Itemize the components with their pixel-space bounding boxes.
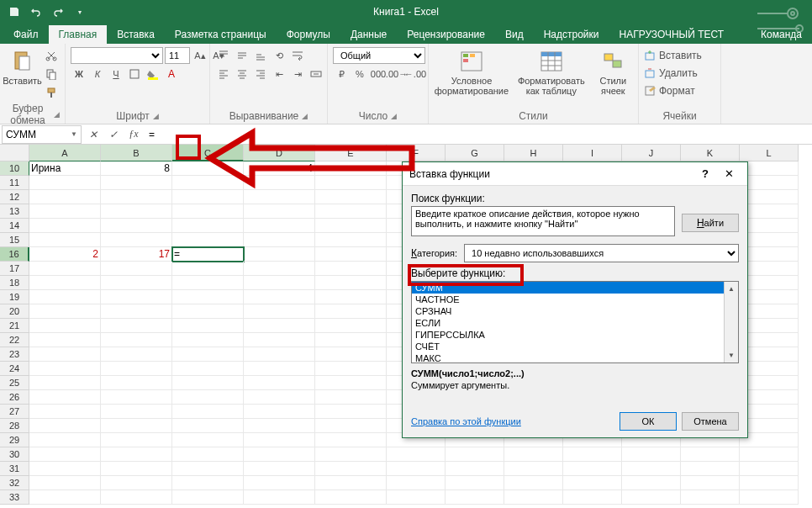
cell[interactable]: [172, 376, 244, 390]
cell[interactable]: [29, 419, 101, 433]
fill-color-icon[interactable]: [145, 66, 161, 82]
cell[interactable]: [315, 405, 387, 419]
column-header[interactable]: H: [504, 145, 563, 161]
percent-format-icon[interactable]: %: [351, 66, 368, 82]
copy-icon[interactable]: [43, 66, 60, 82]
cell[interactable]: [563, 476, 622, 490]
save-icon[interactable]: [5, 3, 24, 21]
row-header[interactable]: 14: [0, 219, 29, 233]
close-icon[interactable]: ✕: [717, 162, 741, 186]
cell[interactable]: [29, 362, 101, 376]
cell[interactable]: [29, 276, 101, 290]
cell[interactable]: 2: [29, 247, 101, 262]
cell[interactable]: [740, 233, 799, 247]
cell[interactable]: 8: [101, 161, 172, 176]
help-button[interactable]: ?: [693, 162, 717, 186]
cell[interactable]: [740, 304, 799, 319]
cell[interactable]: [244, 233, 315, 247]
cell[interactable]: [101, 176, 172, 190]
cell[interactable]: [29, 333, 101, 347]
cell[interactable]: [29, 190, 101, 204]
scroll-up-icon[interactable]: ▲: [725, 282, 738, 296]
cell[interactable]: [29, 176, 101, 190]
cell[interactable]: [172, 419, 244, 433]
cell[interactable]: [740, 190, 799, 204]
cell-styles-button[interactable]: Стили ячеек: [593, 47, 633, 98]
cell[interactable]: [29, 262, 101, 276]
cell[interactable]: [172, 462, 244, 476]
cell[interactable]: [29, 490, 101, 505]
cell[interactable]: [29, 433, 101, 447]
cell[interactable]: [563, 447, 622, 462]
name-box-dropdown-icon[interactable]: ▼: [71, 130, 77, 138]
cell[interactable]: [172, 161, 244, 176]
cell[interactable]: [29, 476, 101, 490]
row-header[interactable]: 13: [0, 204, 29, 219]
cell[interactable]: [172, 390, 244, 405]
row-header[interactable]: 11: [0, 176, 29, 190]
cell[interactable]: [681, 490, 740, 505]
column-header[interactable]: E: [315, 145, 387, 161]
cell[interactable]: [244, 276, 315, 290]
cell[interactable]: [315, 319, 387, 333]
cell[interactable]: [172, 304, 244, 319]
cell[interactable]: [315, 290, 387, 304]
column-header[interactable]: J: [622, 145, 681, 161]
cell[interactable]: [29, 405, 101, 419]
row-header[interactable]: 20: [0, 304, 29, 319]
cell[interactable]: =: [172, 247, 244, 262]
cell[interactable]: [101, 190, 172, 204]
tab-главная[interactable]: Главная: [49, 25, 108, 44]
increase-indent-icon[interactable]: ⇥: [289, 66, 306, 82]
cell[interactable]: [387, 490, 446, 505]
cell[interactable]: [740, 333, 799, 347]
cell[interactable]: [740, 462, 799, 476]
cell[interactable]: [315, 476, 387, 490]
number-format-select[interactable]: Общий: [333, 47, 425, 64]
cell[interactable]: [622, 462, 681, 476]
select-all-corner[interactable]: [0, 145, 29, 161]
cell[interactable]: [315, 490, 387, 505]
row-header[interactable]: 31: [0, 462, 29, 476]
cell[interactable]: [101, 262, 172, 276]
align-middle-icon[interactable]: [234, 47, 250, 64]
row-header[interactable]: 17: [0, 262, 29, 276]
cell[interactable]: [172, 433, 244, 447]
cell[interactable]: [315, 262, 387, 276]
row-header[interactable]: 27: [0, 405, 29, 419]
cell[interactable]: [740, 362, 799, 376]
insert-function-icon[interactable]: ƒx: [124, 125, 144, 144]
cell[interactable]: [740, 405, 799, 419]
format-as-table-button[interactable]: Форматировать как таблицу: [513, 47, 590, 98]
cell[interactable]: [244, 390, 315, 405]
cell[interactable]: [29, 233, 101, 247]
cell[interactable]: [244, 262, 315, 276]
column-header[interactable]: L: [740, 145, 799, 161]
number-launcher-icon[interactable]: ◢: [391, 112, 397, 120]
row-header[interactable]: 25: [0, 376, 29, 390]
cell[interactable]: [740, 247, 799, 262]
font-family-select[interactable]: [71, 47, 163, 64]
redo-icon[interactable]: [49, 3, 67, 21]
cell[interactable]: [101, 233, 172, 247]
format-cells-button[interactable]: Формат: [644, 82, 695, 99]
column-header[interactable]: B: [101, 145, 172, 161]
tab-вставка[interactable]: Вставка: [107, 25, 165, 44]
cell[interactable]: [315, 276, 387, 290]
tab-данные[interactable]: Данные: [340, 25, 397, 44]
cell[interactable]: [101, 390, 172, 405]
row-header[interactable]: 33: [0, 490, 29, 505]
column-header[interactable]: C: [172, 145, 244, 161]
cell[interactable]: 17: [101, 247, 172, 262]
cell[interactable]: [101, 433, 172, 447]
cell[interactable]: [740, 490, 799, 505]
row-header[interactable]: 26: [0, 390, 29, 405]
cell[interactable]: [244, 376, 315, 390]
qat-customize-icon[interactable]: ▾: [71, 3, 89, 21]
cell[interactable]: [387, 462, 446, 476]
align-right-icon[interactable]: [252, 66, 269, 82]
column-header[interactable]: K: [681, 145, 740, 161]
cell[interactable]: [29, 219, 101, 233]
cell[interactable]: [101, 405, 172, 419]
cell[interactable]: [740, 319, 799, 333]
